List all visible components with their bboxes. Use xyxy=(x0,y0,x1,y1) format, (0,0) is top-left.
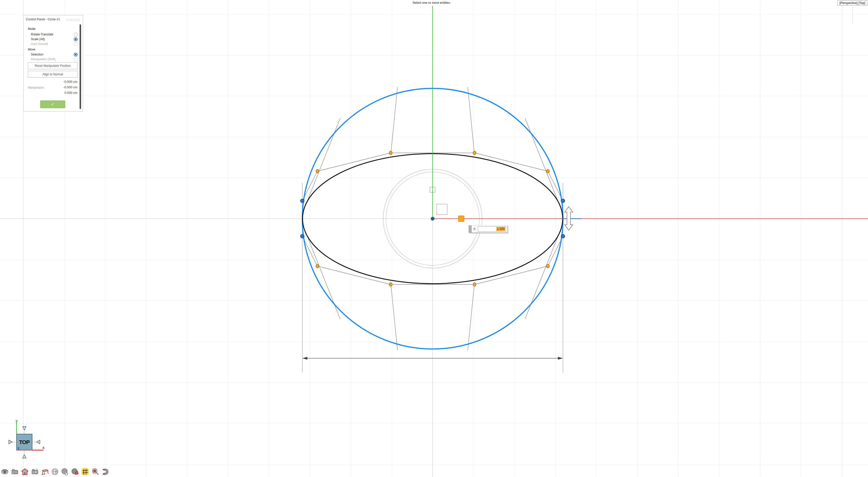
option-rotate-translate[interactable]: Rotate-Translate xyxy=(31,33,79,37)
status-prompt: Select one or more entities. xyxy=(412,1,451,4)
panel-scrollbar[interactable] xyxy=(80,24,81,109)
globe-rotate-icon[interactable] xyxy=(51,468,59,476)
workbench-icon[interactable] xyxy=(41,468,49,476)
view-3d-icon[interactable] xyxy=(101,468,109,476)
check-icon: ✓ xyxy=(51,102,55,107)
pan-hand-sphere-icon[interactable] xyxy=(61,468,69,476)
move-section-label: Move xyxy=(28,48,35,51)
zoom-area-sphere-icon[interactable] xyxy=(71,468,79,476)
manipulator-origin-point[interactable] xyxy=(431,217,434,220)
option-label: Selection xyxy=(31,53,43,56)
x-axis-label: x xyxy=(42,445,45,450)
pane-divider xyxy=(852,6,853,24)
option-label: Auto Ground xyxy=(31,42,48,46)
z-axis-label: z xyxy=(18,446,19,450)
align-to-normal-button[interactable]: Align to Normal xyxy=(28,71,78,77)
option-auto-ground[interactable]: Auto Ground xyxy=(31,42,79,46)
home-view-icon[interactable] xyxy=(21,468,29,476)
option-selection[interactable]: Selection xyxy=(31,53,79,57)
rotate-right-arrow-icon xyxy=(9,440,12,444)
rotate-up-arrow-icon xyxy=(23,455,26,458)
tooltip-drag-handle-icon[interactable] xyxy=(469,225,471,232)
option-label: Rotate-Translate xyxy=(31,33,53,36)
option-scale[interactable]: Scale (Alt) xyxy=(31,37,79,41)
radio-scale[interactable] xyxy=(74,37,78,41)
confirm-button[interactable]: ✓ xyxy=(40,100,65,108)
radio-rotate-translate[interactable] xyxy=(74,33,78,36)
radio-selection[interactable] xyxy=(74,53,78,57)
eye-view-icon[interactable] xyxy=(1,468,8,476)
view-toolbar xyxy=(1,468,109,476)
reset-manipulator-button[interactable]: Reset Manipulator Position xyxy=(28,62,78,69)
scale-handle-orange[interactable] xyxy=(459,216,464,222)
radio-manipulator[interactable] xyxy=(74,58,78,61)
rotate-down-arrow-icon xyxy=(23,426,26,430)
view-cube-face-label: TOP xyxy=(19,439,30,445)
control-panel: Control Panel - Circle #1 Mode Rotate-Tr… xyxy=(23,15,83,112)
x-coordinate-label: X: xyxy=(473,227,476,231)
manipulator-label: Manipulator: xyxy=(28,86,44,89)
panel-drag-grip-icon[interactable] xyxy=(66,19,80,21)
grid-snap-icon[interactable] xyxy=(81,468,89,476)
coordinate-input-tooltip[interactable]: X: 1.200 xyxy=(468,225,508,233)
panel-title: Control Panel - Circle #1 xyxy=(26,18,60,21)
zoom-selected-icon[interactable] xyxy=(91,468,99,476)
view-cube-gizmo[interactable]: y TOP z x xyxy=(0,412,55,472)
viewport-mode-label[interactable]: [Perspective] [Top] xyxy=(837,0,867,5)
snap-square-large xyxy=(437,204,447,215)
manipulator-x-value: -0.000 cm xyxy=(63,80,78,84)
radio-auto-ground[interactable] xyxy=(74,42,78,46)
x-coordinate-input[interactable]: 1.200 xyxy=(478,226,506,232)
camera-reset-icon[interactable] xyxy=(31,468,39,476)
option-manipulator[interactable]: Manipulator (Shift) xyxy=(31,58,79,62)
option-label: Manipulator (Shift) xyxy=(31,58,56,61)
manipulator-y-value: -0.000 cm xyxy=(63,86,78,89)
rotate-left-arrow-icon xyxy=(36,440,40,444)
width-dimension xyxy=(302,357,563,360)
x-coordinate-value: 1.200 xyxy=(496,227,505,231)
mode-section-label: Mode xyxy=(28,27,35,31)
viewport-canvas[interactable] xyxy=(0,0,868,477)
manipulator-z-value: 0.000 cm xyxy=(65,91,78,95)
moi-3d-viewport: { "status_bar": { "prompt": "Select one … xyxy=(0,0,868,477)
option-label: Scale (Alt) xyxy=(31,37,45,41)
camera-view-icon[interactable] xyxy=(11,468,19,476)
y-axis-label: y xyxy=(16,418,18,423)
